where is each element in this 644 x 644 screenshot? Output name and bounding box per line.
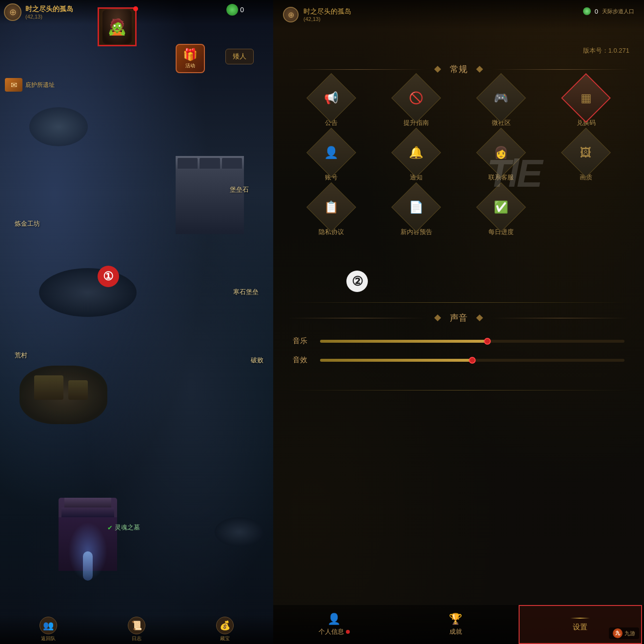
sound-line-left <box>288 318 425 318</box>
announcement-icon-box: 📢 <box>306 73 356 123</box>
announcement-icon: 📢 <box>324 91 339 105</box>
terrain-castle <box>176 156 244 234</box>
portrait-notification-dot <box>133 6 138 11</box>
nav-achievement[interactable]: 🏆 成就 <box>395 605 516 644</box>
mail-button[interactable]: ✉ 庇护所遗址 <box>5 78 55 92</box>
achievement-icon: 🏆 <box>449 613 462 625</box>
right-currency-value: 0 <box>595 8 598 15</box>
watermark: 九 九游 <box>609 627 639 639</box>
music-slider-handle[interactable] <box>484 338 491 345</box>
settings-notification[interactable]: 🔔 通知 <box>378 135 455 182</box>
character-portrait-inner: 🧟 <box>99 9 135 45</box>
preview-icon-box: 📄 <box>391 182 441 232</box>
sound-diamond-right <box>476 314 483 321</box>
activity-icon: 🎁 <box>183 48 198 61</box>
step-badge-2: ② <box>346 271 368 292</box>
left-bottom-bar: 👥 返回队 📜 日志 💰 藏宝 <box>0 615 273 644</box>
settings-account[interactable]: 👤 账号 <box>293 135 370 182</box>
settings-preview[interactable]: 📄 新内容预告 <box>378 190 455 236</box>
terrain-rocks-bottom <box>215 517 263 546</box>
music-slider-row: 音乐 <box>293 336 624 346</box>
activity-button[interactable]: 🎁 活动 <box>176 44 205 73</box>
treasure-label: 藏宝 <box>220 635 230 642</box>
dwarf-button[interactable]: 矮人 <box>225 49 254 64</box>
sound-line-right <box>492 318 629 318</box>
label-broken: 破败 <box>251 356 263 365</box>
sound-effect-label: 音效 <box>293 355 312 365</box>
right-location-info: 时之尽头的孤岛 (42,13) <box>303 7 351 22</box>
sound-effect-slider-handle[interactable] <box>469 357 476 364</box>
nav-personal-info[interactable]: 👤 个人信息 <box>273 605 395 644</box>
team-label: 返回队 <box>41 635 56 642</box>
right-gem-icon <box>583 7 591 15</box>
settings-label: 设置 <box>573 623 587 632</box>
preview-icon: 📄 <box>409 200 423 214</box>
redeem-icon: ▦ <box>581 91 592 105</box>
label-cold-fort: 寒石堡垒 <box>233 288 259 296</box>
left-location-coords: (42,13) <box>25 14 73 20</box>
quality-icon: 🖼 <box>580 146 592 159</box>
step-badge-1: ① <box>98 266 119 287</box>
sound-section-title: 声音 <box>450 312 467 324</box>
right-bottom-nav: 👤 个人信息 🏆 成就 设置 <box>273 605 644 644</box>
diamond-right <box>476 66 483 73</box>
community-icon-box: 🎮 <box>476 73 526 123</box>
compass-icon: ⊕ <box>4 3 21 21</box>
achievement-label: 成就 <box>449 627 462 636</box>
gem-icon <box>226 4 238 16</box>
mail-label: 庇护所遗址 <box>25 81 55 89</box>
divider-1 <box>288 302 629 303</box>
support-icon-box: 👩 <box>476 128 526 177</box>
settings-redeem[interactable]: ▦ 兑换码 <box>547 80 624 127</box>
left-panel: ⊕ 时之尽头的孤岛 (42,13) 🧟 0 矮人 🎁 活动 ✉ 庇护所遗址 堡垒… <box>0 0 273 644</box>
redeem-icon-box: ▦ <box>561 73 611 123</box>
normal-section-title: 常规 <box>450 63 467 75</box>
guide-icon: 🚫 <box>409 91 423 105</box>
normal-section-header: 常规 <box>288 63 629 75</box>
settings-support[interactable]: 👩 联系客服 <box>463 135 540 182</box>
left-location-name: 时之尽头的孤岛 <box>25 5 73 14</box>
log-icon: 📜 <box>128 617 145 634</box>
sound-effect-slider-track[interactable] <box>320 359 624 362</box>
personal-info-icon: 👤 <box>327 613 341 625</box>
right-top-bar: ⊕ 时之尽头的孤岛 (42,13) 0 天际步道人口 <box>273 0 644 29</box>
soul-tomb-label: ✔ 灵魂之墓 <box>107 523 140 532</box>
label-waste-village: 荒村 <box>15 351 27 360</box>
terrain-ruins <box>20 366 107 424</box>
settings-privacy[interactable]: 📋 隐私协议 <box>293 190 370 236</box>
terrain-glow <box>68 522 107 581</box>
watermark-text: 九游 <box>624 630 635 637</box>
settings-guide[interactable]: 🚫 提升指南 <box>378 80 455 127</box>
settings-announcement[interactable]: 📢 公告 <box>293 80 370 127</box>
sound-sliders: 音乐 音效 <box>293 336 624 374</box>
settings-quality[interactable]: 🖼 画质 <box>547 135 624 182</box>
sound-section-header: 声音 <box>288 312 629 324</box>
diamond-left <box>434 66 441 73</box>
character-portrait[interactable]: 🧟 <box>98 7 137 46</box>
bottom-nav-treasure[interactable]: 💰 藏宝 <box>216 617 234 642</box>
right-steps-label: 天际步道人口 <box>602 8 634 15</box>
terrain-rock2 <box>39 268 137 317</box>
notification-icon-box: 🔔 <box>391 128 441 177</box>
settings-daily[interactable]: ✅ 每日进度 <box>463 190 540 236</box>
bottom-nav-log[interactable]: 📜 日志 <box>128 617 145 642</box>
daily-icon: ✅ <box>494 200 508 214</box>
quality-icon-box: 🖼 <box>561 128 611 177</box>
right-compass-icon: ⊕ <box>283 7 299 22</box>
music-slider-fill <box>320 340 487 343</box>
right-currency: 0 天际步道人口 <box>583 7 634 15</box>
sound-diamond-left <box>434 314 441 321</box>
music-slider-track[interactable] <box>320 340 624 343</box>
settings-community[interactable]: 🎮 微社区 <box>463 80 540 127</box>
right-location-name: 时之尽头的孤岛 <box>303 7 351 16</box>
bottom-nav-team[interactable]: 👥 返回队 <box>40 617 57 642</box>
personal-info-dot <box>346 630 350 634</box>
label-forge: 炼金工坊 <box>15 219 40 228</box>
location-info: 时之尽头的孤岛 (42,13) <box>25 5 73 20</box>
label-castle: 堡垒石 <box>230 185 249 194</box>
terrain-rock1 <box>29 107 88 146</box>
version-text: 版本号：1.0.271 <box>583 46 629 55</box>
personal-info-label: 个人信息 <box>319 627 344 636</box>
section-line-left <box>288 69 425 70</box>
team-icon: 👥 <box>40 617 57 634</box>
